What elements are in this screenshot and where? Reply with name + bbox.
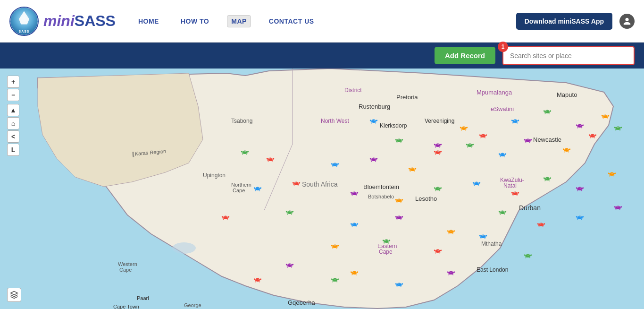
crab-marker[interactable]: [588, 132, 597, 140]
svg-point-242: [297, 183, 297, 183]
crab-marker[interactable]: [614, 204, 622, 212]
crab-marker[interactable]: [369, 156, 378, 164]
crab-marker[interactable]: [369, 117, 378, 125]
layers-icon: [10, 291, 18, 299]
crab-marker[interactable]: [331, 276, 339, 284]
crab-marker[interactable]: [498, 209, 507, 217]
header: SASS miniSASS HOME HOW TO MAP CONTACT US…: [0, 0, 644, 43]
crab-marker[interactable]: [576, 214, 584, 222]
pan-right-button[interactable]: L: [7, 144, 19, 156]
svg-text:Newcastle: Newcastle: [533, 136, 561, 143]
crab-marker[interactable]: [614, 125, 622, 133]
crab-marker[interactable]: [562, 146, 571, 154]
svg-text:Tsabong: Tsabong: [231, 118, 252, 124]
crab-marker[interactable]: [395, 197, 403, 205]
svg-point-134: [271, 159, 271, 159]
svg-point-250: [353, 192, 354, 193]
svg-text:Durban: Durban: [519, 204, 541, 212]
svg-point-421: [437, 250, 437, 250]
crab-marker[interactable]: [447, 228, 455, 236]
crab-marker[interactable]: [576, 185, 584, 193]
svg-point-448: [289, 265, 289, 265]
crab-marker[interactable]: [460, 125, 468, 133]
crab-marker[interactable]: [395, 214, 403, 222]
add-record-button[interactable]: Add Record: [435, 47, 495, 64]
crab-marker[interactable]: [241, 149, 249, 157]
crab-marker[interactable]: [395, 137, 403, 145]
crab-marker[interactable]: [511, 189, 519, 197]
crab-marker[interactable]: [253, 185, 262, 193]
svg-text:Botshabelo: Botshabelo: [368, 194, 394, 199]
svg-text:Mpumalanga: Mpumalanga: [477, 89, 512, 96]
nav-home[interactable]: HOME: [134, 16, 163, 27]
svg-point-457: [353, 272, 354, 272]
crab-marker[interactable]: [395, 281, 403, 289]
svg-point-143: [335, 163, 336, 164]
map-container[interactable]: District Rustenburg Pretoria Mpumalanga …: [0, 69, 644, 309]
svg-point-97: [546, 111, 547, 111]
svg-point-251: [355, 192, 355, 193]
crab-marker[interactable]: [408, 165, 417, 173]
crab-marker[interactable]: [285, 209, 294, 217]
svg-point-61: [437, 144, 437, 145]
user-icon: [623, 17, 631, 26]
crab-marker[interactable]: [537, 221, 545, 229]
svg-point-359: [452, 231, 452, 231]
crab-marker[interactable]: [479, 233, 487, 241]
nav-map[interactable]: MAP: [227, 15, 251, 27]
crab-marker[interactable]: [524, 252, 532, 260]
main-nav: HOME HOW TO MAP CONTACT US: [134, 15, 516, 27]
crab-marker[interactable]: [543, 108, 552, 116]
svg-point-475: [334, 279, 335, 279]
download-app-button[interactable]: Download miniSASS App: [516, 13, 612, 30]
pan-up-button[interactable]: ▲: [7, 104, 19, 116]
crab-marker[interactable]: [524, 137, 532, 145]
svg-point-106: [579, 125, 579, 126]
crab-marker[interactable]: [434, 149, 442, 157]
crab-marker[interactable]: [292, 180, 301, 188]
crab-marker[interactable]: [608, 170, 616, 178]
nav-howto[interactable]: HOW TO: [177, 16, 213, 27]
crab-marker[interactable]: [350, 221, 359, 229]
crab-marker[interactable]: [543, 175, 552, 183]
search-input[interactable]: [502, 46, 635, 65]
crab-marker[interactable]: [285, 262, 294, 270]
crab-marker[interactable]: [331, 161, 339, 169]
svg-text:Cape: Cape: [119, 267, 132, 273]
crab-marker[interactable]: [221, 214, 230, 222]
svg-point-133: [269, 159, 270, 159]
zoom-in-button[interactable]: +: [7, 76, 19, 88]
crab-marker[interactable]: [331, 242, 339, 250]
home-button[interactable]: ⌂: [7, 117, 19, 129]
zoom-out-button[interactable]: −: [7, 89, 19, 101]
user-avatar[interactable]: [619, 14, 635, 29]
nav-contact[interactable]: CONTACT US: [265, 16, 318, 27]
crab-marker[interactable]: [266, 156, 275, 164]
crab-marker[interactable]: [472, 180, 481, 188]
crab-marker[interactable]: [434, 247, 442, 255]
svg-point-125: [245, 152, 246, 152]
svg-point-476: [335, 279, 336, 279]
crab-marker[interactable]: [253, 276, 262, 284]
pan-left-button[interactable]: <: [7, 130, 19, 143]
crab-marker[interactable]: [576, 122, 584, 130]
crab-marker[interactable]: [382, 238, 391, 246]
svg-point-259: [398, 199, 399, 200]
crab-marker[interactable]: [447, 269, 455, 277]
svg-point-385: [579, 216, 579, 217]
svg-text:Vereeniging: Vereeniging: [425, 118, 454, 124]
crab-marker[interactable]: [498, 151, 507, 159]
svg-point-79: [482, 135, 483, 135]
layers-button[interactable]: [7, 288, 21, 302]
crab-marker[interactable]: [479, 132, 487, 140]
crab-marker[interactable]: [511, 117, 519, 125]
svg-text:Gqeberha: Gqeberha: [288, 299, 316, 306]
svg-point-367: [502, 212, 502, 212]
crab-marker[interactable]: [466, 141, 474, 149]
crab-marker[interactable]: [601, 112, 610, 120]
svg-point-152: [374, 159, 375, 159]
crab-marker[interactable]: [350, 189, 359, 197]
svg-point-62: [438, 144, 439, 145]
crab-marker[interactable]: [434, 185, 442, 193]
crab-marker[interactable]: [350, 269, 359, 277]
